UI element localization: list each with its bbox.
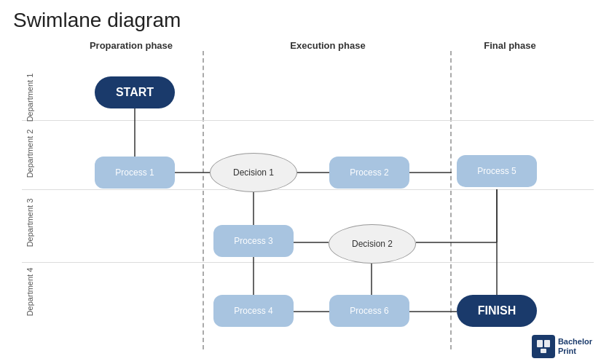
process6-node: Process 6: [329, 295, 409, 327]
svg-rect-15: [541, 349, 546, 353]
phase-preparation: Proparation phase: [58, 40, 204, 51]
divider-prep-exec: [203, 51, 204, 349]
page: Swimlane diagram Proparation phase Execu…: [0, 0, 601, 364]
logo-text: Bachelor Print: [558, 337, 592, 356]
lane-divider-1: [22, 120, 594, 121]
lane-divider-2: [22, 189, 594, 190]
dept-label-3: Department 3: [25, 199, 34, 248]
dept-label-1: Department 1: [25, 74, 34, 122]
process4-node: Process 4: [213, 295, 294, 327]
phase-execution: Execution phase: [204, 40, 452, 51]
logo: Bachelor Print: [532, 335, 592, 358]
divider-exec-final: [450, 51, 452, 349]
decision2-node: Decision 2: [329, 224, 416, 264]
svg-rect-13: [537, 340, 543, 347]
process5-node: Process 5: [457, 155, 537, 187]
process1-node: Process 1: [95, 157, 175, 189]
svg-rect-14: [544, 340, 550, 347]
dept-label-2: Department 2: [25, 130, 34, 178]
logo-icon: [532, 335, 555, 358]
process3-node: Process 3: [213, 225, 294, 257]
phase-final: Final phase: [452, 40, 568, 51]
page-title: Swimlane diagram: [13, 9, 181, 32]
dept-label-4: Department 4: [25, 268, 34, 317]
finish-node: FINISH: [457, 295, 537, 327]
start-node: START: [95, 76, 175, 108]
decision1-node: Decision 1: [210, 153, 297, 192]
process2-node: Process 2: [329, 157, 409, 189]
lane-divider-3: [22, 262, 594, 263]
